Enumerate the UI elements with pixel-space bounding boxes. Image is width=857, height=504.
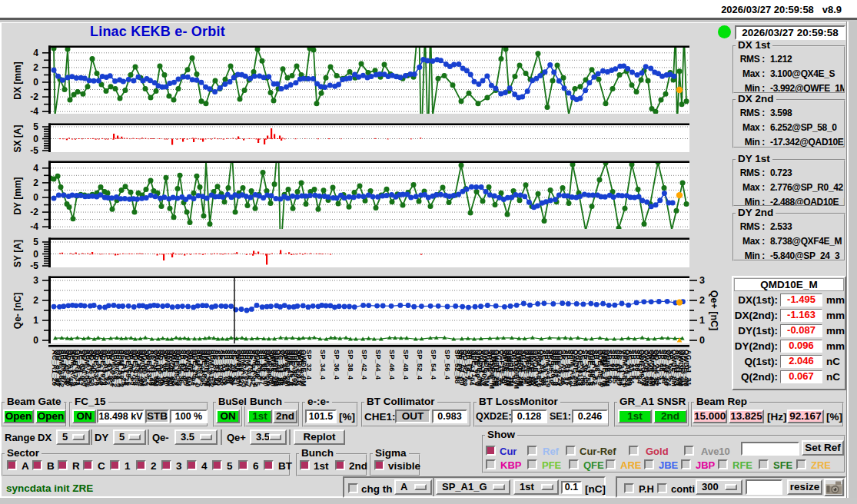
svg-text:2: 2 xyxy=(33,62,38,73)
svg-text:SP_44_4: SP_44_4 xyxy=(374,350,383,380)
svg-text:-2: -2 xyxy=(30,91,38,102)
svg-text:5: 5 xyxy=(33,121,38,132)
svg-text:-4: -4 xyxy=(30,221,38,232)
svg-text:0: 0 xyxy=(33,134,38,144)
svg-text:AC_A1_31: AC_A1_31 xyxy=(685,350,693,386)
svg-text:-4: -4 xyxy=(30,106,38,117)
svg-text:3: 3 xyxy=(33,275,38,286)
svg-text:2: 2 xyxy=(33,295,38,306)
svg-text:5: 5 xyxy=(33,237,38,247)
svg-text:SP_34_4: SP_34_4 xyxy=(319,350,327,380)
svg-text:0: 0 xyxy=(699,335,705,346)
svg-text:SP_52_4: SP_52_4 xyxy=(416,350,424,380)
svg-text:SP_54_4: SP_54_4 xyxy=(430,350,438,380)
svg-text:SP_38_4: SP_38_4 xyxy=(347,350,355,380)
svg-text:0: 0 xyxy=(33,77,38,88)
svg-text:1: 1 xyxy=(699,315,705,326)
svg-text:0: 0 xyxy=(33,192,38,203)
svg-text:3: 3 xyxy=(699,275,705,286)
svg-text:4: 4 xyxy=(33,163,38,174)
svg-text:SX [A]: SX [A] xyxy=(12,124,23,152)
svg-text:SP_56_4: SP_56_4 xyxy=(443,350,452,380)
svg-text:DX [mm]: DX [mm] xyxy=(12,61,23,99)
svg-text:Qe+ [nC]: Qe+ [nC] xyxy=(709,290,719,330)
svg-text:SP_36_4: SP_36_4 xyxy=(333,350,341,380)
svg-text:4: 4 xyxy=(33,48,38,58)
svg-text:-5: -5 xyxy=(30,260,38,271)
svg-text:DY [mm]: DY [mm] xyxy=(12,177,23,214)
svg-text:Qe- [nC]: Qe- [nC] xyxy=(12,293,23,329)
svg-text:-5: -5 xyxy=(30,145,38,156)
svg-text:SP_32_4: SP_32_4 xyxy=(305,350,314,380)
svg-text:-2: -2 xyxy=(30,207,38,217)
svg-text:0: 0 xyxy=(33,249,38,260)
svg-text:2: 2 xyxy=(699,295,705,306)
svg-text:0: 0 xyxy=(33,335,38,346)
svg-text:SP_42_4: SP_42_4 xyxy=(360,350,369,380)
svg-text:SP_48_4: SP_48_4 xyxy=(402,350,410,380)
svg-text:SY [A]: SY [A] xyxy=(12,240,23,267)
svg-text:1: 1 xyxy=(33,315,38,326)
svg-text:SP_46_4: SP_46_4 xyxy=(388,350,397,380)
svg-text:2: 2 xyxy=(33,177,38,188)
